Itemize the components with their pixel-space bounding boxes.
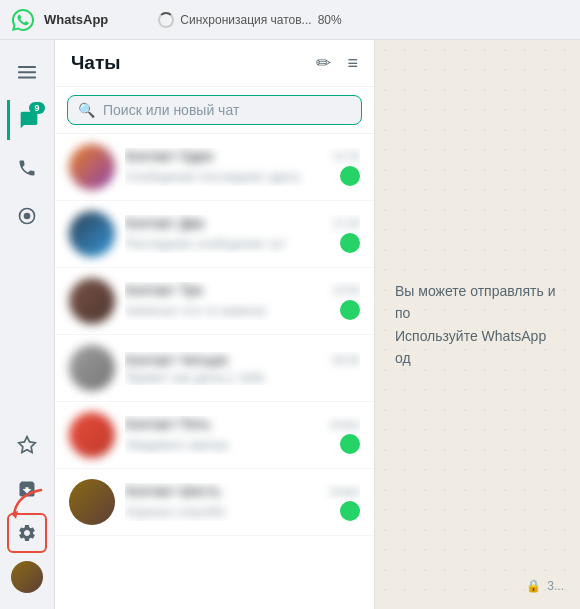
footer-text: 3... <box>547 579 564 593</box>
svg-rect-2 <box>18 77 36 79</box>
chat-time: 12:34 <box>332 150 360 162</box>
sync-percent: 80% <box>318 13 342 27</box>
right-panel: Вы можете отправлять и по Используйте Wh… <box>375 40 580 609</box>
chat-preview-row: Увидимся завтра <box>125 434 360 454</box>
avatar <box>69 412 115 458</box>
green-dot-icon <box>340 233 360 253</box>
header-icons: ✏ ≡ <box>316 52 358 74</box>
chat-panel: Чаты ✏ ≡ 🔍 Контакт Один 12:34 <box>55 40 375 609</box>
svg-marker-5 <box>19 437 36 453</box>
search-box: 🔍 <box>67 95 362 125</box>
avatar <box>69 211 115 257</box>
green-dot-icon <box>340 166 360 186</box>
user-avatar[interactable] <box>7 557 47 597</box>
chat-preview: Увидимся завтра <box>125 437 228 452</box>
chat-name: Контакт Два <box>125 215 204 231</box>
chat-name-row: Контакт Пять вчера <box>125 416 360 432</box>
chat-preview: Сообщение последнее здесь <box>125 169 301 184</box>
svg-rect-1 <box>18 71 36 73</box>
list-item[interactable]: Контакт Шесть вчера Хорошо спасибо <box>55 469 374 536</box>
chat-content: Контакт Один 12:34 Сообщение последнее з… <box>125 148 360 186</box>
list-item[interactable]: Контакт Три 10:05 Написал что-то важное <box>55 268 374 335</box>
svg-marker-6 <box>11 511 18 519</box>
search-icon: 🔍 <box>78 102 95 118</box>
chat-panel-header: Чаты ✏ ≡ <box>55 40 374 87</box>
list-item[interactable]: Контакт Четыре 09:50 Привет как дела у т… <box>55 335 374 402</box>
green-dot-icon <box>340 434 360 454</box>
chat-preview: Хорошо спасибо <box>125 504 226 519</box>
chat-name-row: Контакт Один 12:34 <box>125 148 360 164</box>
chat-time: вчера <box>331 418 360 430</box>
chat-name: Контакт Три <box>125 282 203 298</box>
sync-status: Синхронизация чатов... 80% <box>158 12 341 28</box>
chat-name-row: Контакт Три 10:05 <box>125 282 360 298</box>
sync-spinner-icon <box>158 12 174 28</box>
green-dot-icon <box>340 501 360 521</box>
right-panel-text-2: Используйте WhatsApp од <box>395 325 560 370</box>
sidebar: 9 <box>0 40 55 609</box>
sidebar-item-starred[interactable] <box>7 425 47 465</box>
chat-name: Контакт Шесть <box>125 483 221 499</box>
chat-preview: Последнее сообщение тут <box>125 236 286 251</box>
sidebar-item-chats[interactable]: 9 <box>7 100 47 140</box>
list-item[interactable]: Контакт Пять вчера Увидимся завтра <box>55 402 374 469</box>
search-input[interactable] <box>103 102 351 118</box>
chat-list: Контакт Один 12:34 Сообщение последнее з… <box>55 134 374 609</box>
chats-badge: 9 <box>29 102 45 114</box>
chat-content: Контакт Пять вчера Увидимся завтра <box>125 416 360 454</box>
sidebar-item-status[interactable] <box>7 196 47 236</box>
chat-name-row: Контакт Шесть вчера <box>125 483 360 499</box>
sidebar-menu-icon[interactable] <box>7 52 47 92</box>
search-container: 🔍 <box>55 87 374 134</box>
chat-preview-row: Написал что-то важное <box>125 300 360 320</box>
chat-time: 09:50 <box>332 354 360 366</box>
green-dot-icon <box>340 300 360 320</box>
chat-status <box>340 300 360 320</box>
chat-preview-row: Хорошо спасибо <box>125 501 360 521</box>
lock-icon: 🔒 <box>526 579 541 593</box>
chats-title: Чаты <box>71 52 120 74</box>
chat-content: Контакт Два 11:20 Последнее сообщение ту… <box>125 215 360 253</box>
list-item[interactable]: Контакт Два 11:20 Последнее сообщение ту… <box>55 201 374 268</box>
right-panel-content: Вы можете отправлять и по Используйте Wh… <box>375 260 580 390</box>
chat-status <box>340 233 360 253</box>
arrow-annotation <box>6 485 46 529</box>
avatar-image <box>11 561 43 593</box>
chat-preview-row: Привет как дела у тебя <box>125 370 360 385</box>
avatar <box>69 479 115 525</box>
svg-rect-0 <box>18 66 36 68</box>
list-item[interactable]: Контакт Один 12:34 Сообщение последнее з… <box>55 134 374 201</box>
chat-preview: Написал что-то важное <box>125 303 266 318</box>
sync-text: Синхронизация чатов... <box>180 13 311 27</box>
chat-name: Контакт Четыре <box>125 352 228 368</box>
right-panel-footer: 🔒 3... <box>526 579 564 593</box>
compose-icon[interactable]: ✏ <box>316 52 331 74</box>
chat-preview: Привет как дела у тебя <box>125 370 264 385</box>
sidebar-item-calls[interactable] <box>7 148 47 188</box>
avatar <box>69 345 115 391</box>
chat-time: 11:20 <box>332 217 360 229</box>
chat-name-row: Контакт Четыре 09:50 <box>125 352 360 368</box>
chat-status <box>340 501 360 521</box>
avatar <box>69 144 115 190</box>
chat-preview-row: Сообщение последнее здесь <box>125 166 360 186</box>
right-panel-text-1: Вы можете отправлять и по <box>395 280 560 325</box>
filter-icon[interactable]: ≡ <box>347 53 358 74</box>
avatar <box>69 278 115 324</box>
app-body: 9 <box>0 40 580 609</box>
chat-preview-row: Последнее сообщение тут <box>125 233 360 253</box>
chat-name: Контакт Один <box>125 148 214 164</box>
svg-point-4 <box>24 213 31 220</box>
chat-time: вчера <box>331 485 360 497</box>
chat-status <box>340 434 360 454</box>
chat-name-row: Контакт Два 11:20 <box>125 215 360 231</box>
chat-content: Контакт Шесть вчера Хорошо спасибо <box>125 483 360 521</box>
whatsapp-logo-icon <box>12 9 34 31</box>
chat-name: Контакт Пять <box>125 416 211 432</box>
chat-content: Контакт Три 10:05 Написал что-то важное <box>125 282 360 320</box>
chat-status <box>340 166 360 186</box>
chat-content: Контакт Четыре 09:50 Привет как дела у т… <box>125 352 360 385</box>
app-title: WhatsApp <box>44 12 108 27</box>
chat-time: 10:05 <box>332 284 360 296</box>
titlebar: WhatsApp Синхронизация чатов... 80% <box>0 0 580 40</box>
